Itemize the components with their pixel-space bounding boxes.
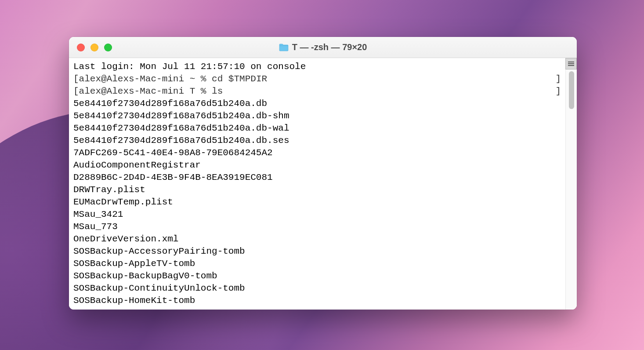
terminal-line: Last login: Mon Jul 11 21:57:10 on conso…: [73, 61, 561, 73]
close-button[interactable]: [77, 44, 85, 51]
terminal-prompt-line: [alex@Alexs-Mac-mini T % ls]: [73, 85, 561, 98]
minimize-button[interactable]: [90, 44, 98, 51]
terminal-output-line: SOSBackup-AccessoryPairing-tomb: [73, 245, 561, 258]
prompt-close-bracket: ]: [555, 73, 561, 85]
terminal-output-line: 7ADFC269-5C41-40E4-98A8-79E0684245A2: [73, 147, 561, 159]
scroll-corner-icon[interactable]: [565, 58, 577, 69]
terminal-output-line: D2889B6C-2D4D-4E3B-9F4B-8EA3919EC081: [73, 171, 561, 184]
window-titlebar[interactable]: T — -zsh — 79×20: [69, 37, 577, 58]
terminal-output-line: SOSBackup-HomeKit-tomb: [73, 295, 561, 307]
traffic-lights: [69, 44, 112, 51]
terminal-output-line: MSau_3421: [73, 208, 561, 221]
terminal-output-line: 5e84410f27304d289f168a76d51b240a.db.ses: [73, 135, 561, 147]
terminal-output-line: 5e84410f27304d289f168a76d51b240a.db-wal: [73, 122, 561, 135]
terminal-window: T — -zsh — 79×20 Last login: Mon Jul 11 …: [69, 37, 577, 310]
terminal-output-line: SOSBackup-AppleTV-tomb: [73, 258, 561, 270]
terminal-output-line: EUMacDrwTemp.plist: [73, 196, 561, 208]
terminal-output-line: OneDriveVersion.xml: [73, 233, 561, 245]
terminal-output-line: MSau_773: [73, 221, 561, 233]
terminal-output-line: 5e84410f27304d289f168a76d51b240a.db: [73, 98, 561, 110]
folder-icon: [279, 44, 289, 51]
terminal-body: Last login: Mon Jul 11 21:57:10 on conso…: [69, 58, 577, 310]
window-title: T — -zsh — 79×20: [279, 42, 367, 52]
terminal-output-line: DRWTray.plist: [73, 184, 561, 196]
scrollbar-thumb[interactable]: [569, 71, 574, 109]
terminal-content[interactable]: Last login: Mon Jul 11 21:57:10 on conso…: [69, 58, 565, 310]
command-text: ls: [212, 86, 223, 96]
terminal-output-line: SOSBackup-ContinuityUnlock-tomb: [73, 282, 561, 295]
scrollbar[interactable]: [565, 58, 577, 310]
command-text: cd $TMPDIR: [212, 74, 267, 84]
terminal-output-line: SOSBackup-BackupBagV0-tomb: [73, 270, 561, 282]
prompt-close-bracket: ]: [555, 85, 561, 98]
window-title-text: T — -zsh — 79×20: [292, 42, 367, 52]
terminal-output-line: AudioComponentRegistrar: [73, 159, 561, 171]
terminal-prompt-line: [alex@Alexs-Mac-mini ~ % cd $TMPDIR]: [73, 73, 561, 85]
prompt-text: [alex@Alexs-Mac-mini T % ls: [73, 85, 223, 98]
terminal-output-line: 5e84410f27304d289f168a76d51b240a.db-shm: [73, 110, 561, 122]
prompt-text: [alex@Alexs-Mac-mini ~ % cd $TMPDIR: [73, 73, 267, 85]
maximize-button[interactable]: [104, 44, 112, 51]
